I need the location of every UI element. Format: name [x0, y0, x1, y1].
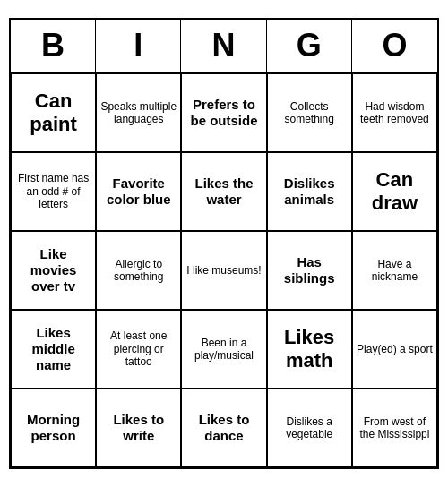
bingo-cell: Had wisdom teeth removed [352, 73, 437, 152]
header-letter: N [181, 20, 266, 72]
bingo-cell: Likes math [267, 310, 352, 389]
bingo-cell: Likes middle name [11, 310, 96, 389]
bingo-header: BINGO [11, 20, 437, 73]
bingo-cell: Likes the water [181, 152, 266, 231]
header-letter: O [352, 20, 437, 72]
header-letter: G [267, 20, 352, 72]
bingo-cell: Collects something [267, 73, 352, 152]
bingo-cell: Have a nickname [352, 231, 437, 310]
bingo-cell: Prefers to be outside [181, 73, 266, 152]
bingo-cell: Likes to write [96, 389, 181, 467]
bingo-cell: Like movies over tv [11, 231, 96, 310]
bingo-cell: First name has an odd # of letters [11, 152, 96, 231]
bingo-cell: Dislikes a vegetable [267, 389, 352, 467]
bingo-cell: Morning person [11, 389, 96, 467]
bingo-cell: From west of the Mississippi [352, 389, 437, 467]
bingo-cell: Favorite color blue [96, 152, 181, 231]
bingo-cell: Can draw [352, 152, 437, 231]
bingo-card: BINGO Can paintSpeaks multiple languages… [9, 18, 439, 469]
bingo-cell: Dislikes animals [267, 152, 352, 231]
bingo-cell: At least one piercing or tattoo [96, 310, 181, 389]
header-letter: B [11, 20, 96, 72]
bingo-grid: Can paintSpeaks multiple languagesPrefer… [11, 73, 437, 467]
bingo-cell: Allergic to something [96, 231, 181, 310]
bingo-cell: Can paint [11, 73, 96, 152]
bingo-cell: I like museums! [181, 231, 266, 310]
bingo-cell: Play(ed) a sport [352, 310, 437, 389]
header-letter: I [96, 20, 181, 72]
bingo-cell: Likes to dance [181, 389, 266, 467]
bingo-cell: Has siblings [267, 231, 352, 310]
bingo-cell: Speaks multiple languages [96, 73, 181, 152]
bingo-cell: Been in a play/musical [181, 310, 266, 389]
